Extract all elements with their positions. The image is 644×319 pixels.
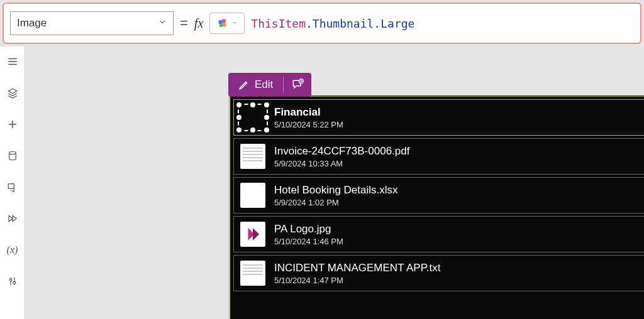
item-subtitle: 5/10/2024 1:46 PM	[274, 237, 644, 246]
formula-input[interactable]: ThisItem.Thumbnail.Large	[251, 17, 414, 30]
tools-icon[interactable]	[6, 275, 19, 288]
database-icon[interactable]	[6, 149, 19, 162]
chevron-down-icon	[231, 19, 238, 28]
automate-icon[interactable]	[6, 212, 19, 225]
chevron-down-icon	[158, 17, 167, 30]
formula-bar: Image = fx ThisItem.Thumbnail.Large	[3, 3, 641, 44]
list-item[interactable]: Hotel Booking Details.xlsx 5/9/2024 1:02…	[233, 177, 644, 214]
app-preview: Edit Financial	[230, 95, 644, 319]
list-item[interactable]: PA Logo.jpg 5/10/2024 1:46 PM ›	[233, 216, 644, 252]
item-title: Invoice-24CCF73B-0006.pdf	[274, 145, 644, 158]
fx-label[interactable]: fx	[194, 16, 203, 31]
edit-button[interactable]: Edit	[228, 73, 283, 97]
item-subtitle: 5/10/2024 1:47 PM	[274, 276, 644, 285]
item-title: INCIDENT MANAGEMENT APP.txt	[274, 262, 644, 274]
powerapps-icon	[243, 225, 262, 244]
thumbnail-image	[240, 144, 265, 169]
svg-point-7	[13, 281, 16, 284]
thumbnail-image	[240, 222, 265, 247]
copilot-button[interactable]	[209, 13, 245, 34]
left-nav: (x)	[0, 46, 25, 319]
thumbnail-image	[240, 261, 265, 286]
variable-icon[interactable]: (x)	[6, 244, 19, 256]
svg-point-4	[9, 151, 16, 154]
comment-button[interactable]	[284, 78, 311, 91]
item-subtitle: 5/10/2024 5:22 PM	[274, 120, 644, 129]
formula-member: .Thumbnail.Large	[306, 17, 414, 30]
canvas[interactable]: Edit Financial	[25, 46, 644, 319]
svg-point-1	[222, 19, 226, 23]
item-title: Hotel Booking Details.xlsx	[274, 184, 644, 197]
selection-handles[interactable]	[238, 104, 268, 131]
edit-button-label: Edit	[255, 78, 273, 91]
plus-icon[interactable]	[6, 118, 19, 131]
selection-toolbar: Edit	[228, 73, 311, 97]
svg-point-3	[219, 23, 223, 27]
hamburger-icon[interactable]	[6, 55, 19, 68]
item-title: Financial	[274, 106, 644, 119]
item-title: PA Logo.jpg	[274, 223, 644, 235]
list-item[interactable]: Financial 5/10/2024 5:22 PM ›	[233, 99, 644, 136]
equals-sign: =	[180, 15, 188, 31]
item-subtitle: 5/9/2024 1:02 PM	[274, 198, 644, 207]
media-icon[interactable]	[6, 181, 19, 193]
list-item[interactable]: Invoice-24CCF73B-0006.pdf 5/9/2024 10:33…	[233, 138, 644, 175]
pencil-icon	[238, 79, 250, 90]
copilot-icon	[216, 17, 229, 30]
svg-point-6	[9, 279, 12, 281]
item-subtitle: 5/9/2024 10:33 AM	[274, 159, 644, 168]
property-selector-value: Image	[17, 17, 47, 30]
gallery[interactable]: Edit Financial	[229, 96, 644, 319]
list-item[interactable]: INCIDENT MANAGEMENT APP.txt 5/10/2024 1:…	[233, 255, 644, 291]
property-selector[interactable]: Image	[10, 11, 174, 35]
formula-keyword: ThisItem	[251, 17, 306, 30]
layers-icon[interactable]	[6, 87, 19, 99]
svg-rect-5	[8, 184, 14, 189]
thumbnail-image	[240, 183, 265, 208]
comment-icon	[291, 78, 304, 91]
